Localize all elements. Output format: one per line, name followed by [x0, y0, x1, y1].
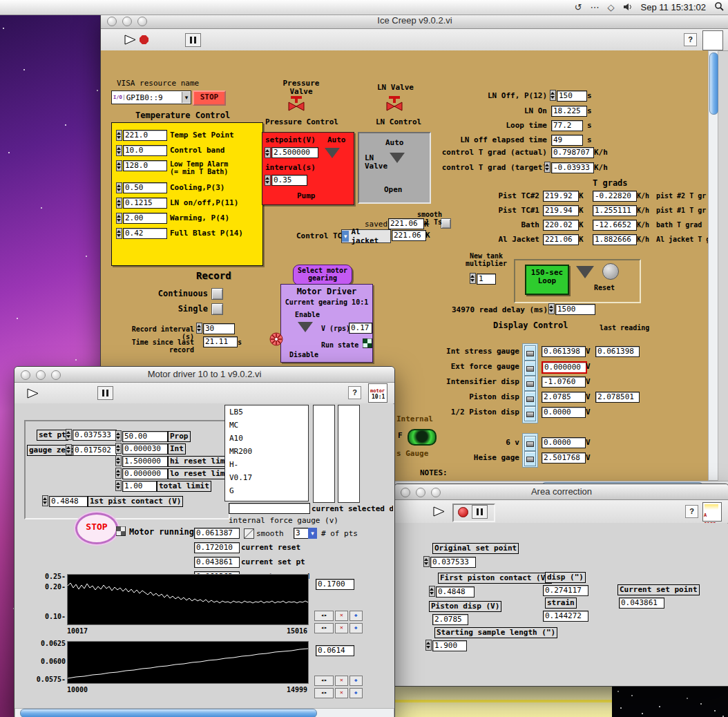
chart1-scroll-tool[interactable]: ◂▸ — [314, 611, 334, 621]
display-row6-toggle[interactable] — [524, 451, 536, 466]
selected-displacement-field[interactable] — [229, 503, 310, 514]
temp-row1-spinner[interactable] — [116, 145, 122, 156]
motor-running-icon[interactable] — [116, 526, 126, 539]
chart1-value-field[interactable]: 0.1700 — [316, 579, 354, 590]
pause-button[interactable] — [97, 386, 113, 400]
since-field[interactable]: 21.11 — [203, 336, 238, 347]
tgrad3-temp[interactable]: 221.06 — [543, 234, 579, 245]
ellipsis-icon[interactable]: ⋯ — [591, 2, 600, 12]
spotlight-icon[interactable] — [714, 1, 724, 14]
temp-row4-spinner[interactable] — [116, 198, 122, 209]
config-listbox[interactable]: LB5 MC A10 MR200 H- V0.17 G — [224, 405, 309, 501]
strain-field[interactable]: 0.144272 — [543, 611, 588, 622]
display-row2-field[interactable]: -1.0760 — [542, 376, 586, 388]
run-icon[interactable] — [124, 35, 136, 48]
temp-row3-spinner[interactable] — [116, 182, 122, 193]
gauge-select-button[interactable] — [408, 429, 437, 446]
gauge-zero-field[interactable]: 0.017502 — [73, 445, 117, 456]
list-item[interactable]: LB5 — [229, 405, 308, 419]
pause-button[interactable] — [472, 505, 488, 519]
first-contact-spinner[interactable] — [429, 586, 435, 597]
list-item[interactable]: MC — [229, 419, 308, 432]
pressure-mode-dropdown[interactable] — [325, 148, 340, 158]
original-setpoint-spinner[interactable] — [423, 556, 430, 567]
reading1-field[interactable]: 0.172010 — [194, 542, 240, 553]
help-button[interactable]: ? — [685, 505, 698, 518]
menubar-clock[interactable]: Sep 11 15:31:02 — [641, 2, 706, 12]
vrps-field[interactable]: 0.17 — [349, 323, 372, 334]
display-row4-field[interactable]: 0.0000 — [542, 407, 586, 418]
read-delay-spinner[interactable] — [548, 303, 555, 314]
timer0-spinner[interactable] — [550, 90, 556, 101]
tgrad0-grad[interactable]: -0.22820 — [593, 191, 637, 202]
tgrad2-temp[interactable]: 220.02 — [543, 220, 579, 231]
chart2-pan-tool[interactable]: ✚ — [349, 676, 363, 686]
tgrad2-grad[interactable]: -12.6652 — [593, 220, 637, 231]
npts-field[interactable]: 3 — [294, 528, 309, 539]
temp-row6-field[interactable]: 0.42 — [123, 228, 167, 239]
display-row3-toggle[interactable] — [524, 391, 536, 406]
chart1-zoom-tool-2[interactable]: ✕ — [335, 623, 348, 633]
tank-field[interactable]: 1 — [477, 274, 496, 285]
stop-button[interactable]: STOP — [75, 513, 118, 544]
help-button[interactable]: ? — [684, 33, 697, 46]
chart2-pan-tool-2[interactable]: ✚ — [349, 688, 363, 698]
aux-listbox-1[interactable] — [313, 405, 335, 503]
tank-spinner[interactable] — [470, 273, 476, 284]
interval-field[interactable]: 0.35 — [271, 175, 307, 186]
stop-button[interactable]: STOP — [193, 90, 226, 106]
setpoint-field[interactable]: 2.500000 — [271, 147, 318, 158]
pid3-spinner[interactable] — [115, 468, 122, 479]
tgrad1-grad[interactable]: 1.255111 — [593, 205, 637, 216]
record-icon[interactable] — [458, 507, 468, 517]
tgrad1-temp[interactable]: 219.94 — [543, 205, 579, 216]
temp-row0-field[interactable]: 221.0 — [123, 130, 167, 141]
tgrad0-temp[interactable]: 219.92 — [543, 191, 579, 202]
record-interval-spinner[interactable] — [196, 323, 202, 334]
pause-button[interactable] — [185, 33, 201, 47]
run-icon[interactable] — [433, 506, 445, 519]
visa-dropdown[interactable]: I/O GPIB0::9 ▾ — [111, 90, 191, 104]
display-row3-field[interactable]: 2.0785 — [542, 392, 586, 403]
temp-row6-spinner[interactable] — [116, 228, 122, 239]
saved-field[interactable]: 221.06 — [388, 218, 424, 229]
chart2-zoom-tool[interactable]: ✕ — [335, 676, 348, 686]
display-row5-toggle[interactable] — [524, 436, 536, 451]
ice-vscroll-thumb[interactable] — [709, 52, 718, 115]
list-item[interactable]: H- — [229, 458, 308, 471]
display-row5-field[interactable]: 0.0000 — [542, 437, 586, 448]
npts-dropdown[interactable]: ▾ — [308, 528, 317, 539]
pid0-spinner[interactable] — [115, 430, 122, 441]
pid4-field[interactable]: 1.00 — [122, 481, 157, 492]
sample-length-spinner[interactable] — [425, 640, 432, 651]
list-item[interactable]: A10 — [229, 432, 308, 445]
area-titlebar[interactable]: Area correction — [394, 484, 728, 500]
control-tc-dropdown[interactable]: ▾ Al jacket — [341, 229, 391, 243]
display-row0-field[interactable]: 0.061398 — [542, 346, 586, 357]
sync-icon[interactable]: ↺ — [575, 2, 582, 12]
first-contact-field[interactable]: 0.4848 — [436, 586, 475, 598]
record-interval-field[interactable]: 30 — [203, 323, 235, 334]
list-item[interactable]: MR200 — [229, 445, 308, 458]
chart1-zoom-tool[interactable]: ✕ — [335, 611, 348, 621]
temp-row4-field[interactable]: 0.1215 — [123, 198, 167, 209]
continuous-checkbox[interactable] — [211, 288, 223, 300]
gearing-mode-dropdown[interactable] — [298, 322, 313, 332]
interval-spinner[interactable] — [265, 175, 271, 186]
contact-spinner[interactable] — [42, 495, 48, 506]
set-pt-spinner[interactable] — [66, 429, 72, 440]
timer4-field[interactable]: 0.798707 — [551, 147, 594, 158]
chart1-pan-tool-2[interactable]: ✚ — [349, 623, 363, 633]
chart2-zoom-tool-2[interactable]: ✕ — [335, 688, 348, 698]
display-row4-toggle[interactable] — [524, 406, 536, 421]
reading0-field[interactable]: 0.061387 — [194, 528, 240, 539]
timer0-field[interactable]: 150 — [557, 90, 587, 102]
timer1-field[interactable]: 18.225 — [551, 106, 587, 117]
original-setpoint-field[interactable]: 0.037533 — [430, 557, 476, 568]
chart1-pan-tool[interactable]: ✚ — [349, 611, 363, 621]
chart2-scroll-tool[interactable]: ◂▸ — [314, 676, 334, 686]
temp-row5-field[interactable]: 2.00 — [123, 213, 167, 224]
vi-icon[interactable] — [702, 30, 723, 50]
timer3-field[interactable]: 49 — [551, 135, 583, 146]
temp-row1-field[interactable]: 10.0 — [123, 145, 167, 156]
